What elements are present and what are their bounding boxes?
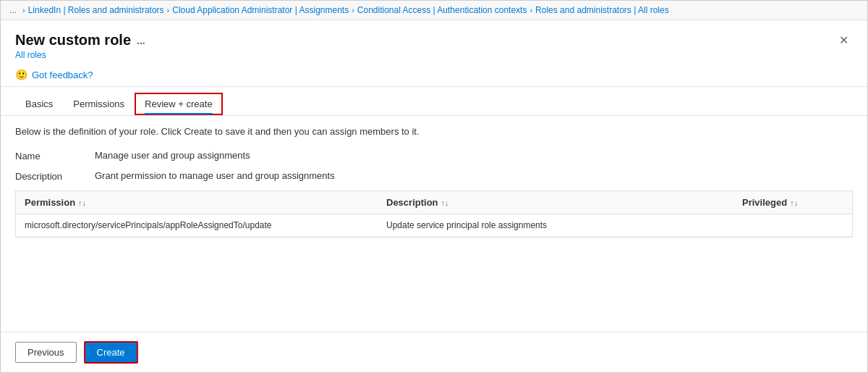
description-value: Grant permission to manage user and grou… <box>95 170 335 181</box>
th-permission: Permission ↑↓ <box>25 197 386 208</box>
panel-title-area: New custom role ... All roles <box>15 32 145 60</box>
tab-permissions[interactable]: Permissions <box>63 93 135 115</box>
breadcrumb-item-0[interactable]: LinkedIn | Roles and administrators <box>28 5 164 15</box>
main-content: New custom role ... All roles ✕ 🙂 Got fe… <box>1 20 867 372</box>
panel-subtitle[interactable]: All roles <box>15 50 145 60</box>
permissions-table: Permission ↑↓ Description ↑↓ Privileged … <box>15 190 853 238</box>
breadcrumb-dots[interactable]: ... <box>9 5 17 15</box>
name-label: Name <box>15 150 95 162</box>
description-sort-icon[interactable]: ↑↓ <box>441 198 449 207</box>
breadcrumb-item-2[interactable]: Conditional Access | Authentication cont… <box>357 5 527 15</box>
td-description: Update service principal role assignment… <box>386 220 742 230</box>
panel-header: New custom role ... All roles ✕ <box>1 20 867 63</box>
footer: Previous Create <box>1 332 867 372</box>
panel-title: New custom role ... <box>15 32 145 49</box>
panel-title-dots[interactable]: ... <box>137 35 145 46</box>
feedback-icon: 🙂 <box>15 69 27 80</box>
breadcrumb-item-1[interactable]: Cloud Application Administrator | Assign… <box>172 5 349 15</box>
th-description: Description ↑↓ <box>386 197 742 208</box>
table-row: microsoft.directory/servicePrincipals/ap… <box>16 214 852 237</box>
close-button[interactable]: ✕ <box>835 32 853 49</box>
panel-title-text: New custom role <box>15 32 131 49</box>
description-label: Description <box>15 170 95 182</box>
permission-sort-icon[interactable]: ↑↓ <box>78 198 86 207</box>
table-header: Permission ↑↓ Description ↑↓ Privileged … <box>16 191 852 214</box>
th-privileged-label: Privileged <box>742 197 787 208</box>
name-field-row: Name Manage user and group assignments <box>15 150 853 162</box>
tabs-row: Basics Permissions Review + create <box>1 93 867 116</box>
previous-button[interactable]: Previous <box>15 342 77 363</box>
td-permission: microsoft.directory/servicePrincipals/ap… <box>25 220 386 230</box>
description-field-row: Description Grant permission to manage u… <box>15 170 853 182</box>
th-description-label: Description <box>386 197 438 208</box>
feedback-bar[interactable]: 🙂 Got feedback? <box>1 63 867 87</box>
create-button[interactable]: Create <box>84 341 138 364</box>
content-area: Below is the definition of your role. Cl… <box>1 116 867 332</box>
breadcrumb: ... › LinkedIn | Roles and administrator… <box>1 1 867 20</box>
name-value: Manage user and group assignments <box>95 150 250 161</box>
tab-review-create[interactable]: Review + create <box>135 93 223 115</box>
feedback-label: Got feedback? <box>32 70 93 80</box>
th-privileged: Privileged ↑↓ <box>742 197 843 208</box>
breadcrumb-item-3[interactable]: Roles and administrators | All roles <box>535 5 669 15</box>
tab-basics[interactable]: Basics <box>15 93 63 115</box>
th-permission-label: Permission <box>25 197 75 208</box>
privileged-sort-icon[interactable]: ↑↓ <box>790 198 798 207</box>
new-custom-role-window: ... › LinkedIn | Roles and administrator… <box>0 0 868 373</box>
page-description: Below is the definition of your role. Cl… <box>15 126 853 137</box>
